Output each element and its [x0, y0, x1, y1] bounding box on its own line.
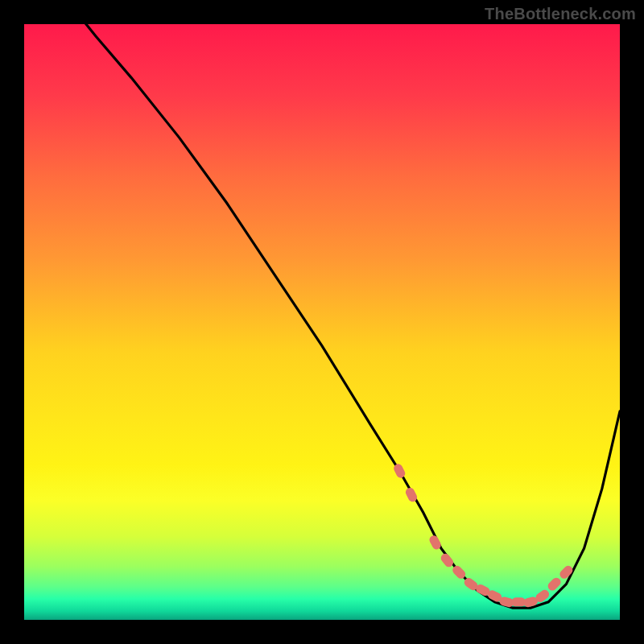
- gradient-background: [24, 24, 620, 620]
- svg-rect-0: [24, 24, 620, 620]
- chart-frame: [24, 24, 620, 620]
- attribution-watermark: TheBottleneck.com: [485, 5, 636, 23]
